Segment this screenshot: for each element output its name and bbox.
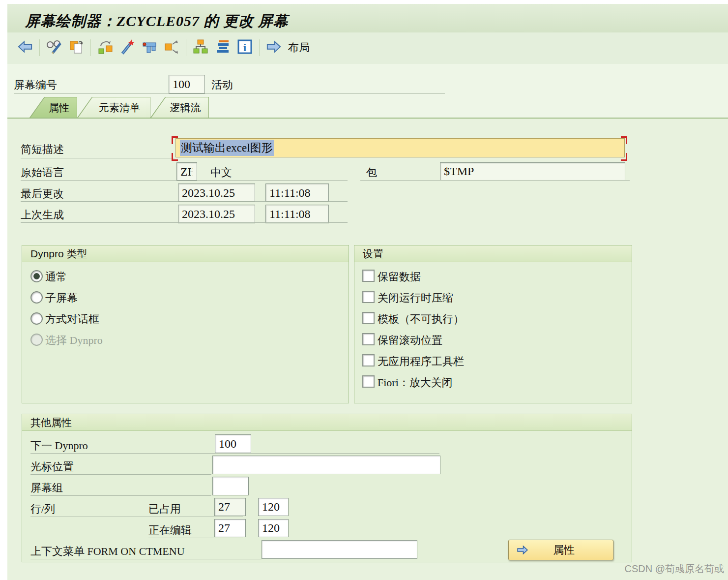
screen-group-input[interactable] [212, 477, 249, 495]
screen-painter-window: 屏幕绘制器：ZCYCLE057 的 更改 屏幕 [0, 0, 728, 580]
last-generated-time[interactable] [265, 205, 329, 223]
reassign-button[interactable] [96, 39, 114, 56]
checkbox-no-application-toolbar[interactable] [362, 354, 375, 366]
last-generated-date[interactable] [178, 205, 255, 223]
tab-element-list[interactable]: 元素清单 [77, 97, 150, 118]
package-input[interactable] [440, 162, 625, 181]
radio-modal-dialog-label[interactable]: 方式对话框 [45, 312, 99, 327]
screen-group-label: 屏幕组 [30, 481, 63, 495]
maintained-label: 正在编辑 [148, 523, 192, 538]
checkbox-hold-data-label[interactable]: 保留数据 [378, 270, 421, 284]
magic-wand-icon [119, 38, 136, 57]
layout-button-label[interactable]: 布局 [288, 40, 310, 55]
forward-arrow-icon [516, 544, 529, 556]
wizard-button[interactable] [118, 39, 136, 56]
settings-title: 设置 [354, 245, 632, 262]
checkbox-no-application-toolbar-label[interactable]: 无应用程序工具栏 [378, 354, 464, 369]
hierarchy-icon [192, 38, 209, 57]
context-menu-input[interactable] [262, 540, 417, 559]
radio-normal[interactable] [30, 270, 43, 282]
row-divider [21, 158, 175, 158]
row-divider [30, 474, 211, 475]
package-label: 包 [366, 165, 377, 180]
tab-element-list-label: 元素清单 [78, 97, 150, 118]
checkbox-hold-scroll-position-label[interactable]: 保留滚动位置 [378, 333, 442, 348]
occupied-label: 已占用 [148, 502, 181, 517]
move-arrows-icon [163, 38, 180, 57]
screen-status-text: 活动 [211, 78, 233, 92]
test-button[interactable] [141, 39, 158, 56]
last-changed-time[interactable] [265, 183, 329, 202]
move-button[interactable] [163, 39, 180, 56]
row-divider [360, 180, 630, 181]
sort-button[interactable] [214, 39, 232, 56]
display-change-button[interactable] [45, 39, 63, 56]
attributes-button-label: 属性 [529, 543, 598, 557]
short-description-input[interactable]: 测试输出excel图形 [175, 138, 625, 157]
occupied-columns-input[interactable] [258, 498, 289, 516]
original-language-label: 原始语言 [21, 165, 64, 180]
maintained-rows-input[interactable] [214, 519, 246, 537]
row-divider [21, 180, 348, 181]
radio-subscreen-label[interactable]: 子屏幕 [45, 291, 78, 305]
watermark: CSDN @荀彧原名荀或 [624, 562, 724, 576]
sort-bars-icon [214, 38, 231, 57]
layout-button[interactable] [265, 39, 283, 56]
original-language-input[interactable] [176, 162, 197, 181]
copy-button[interactable] [67, 39, 85, 56]
other-attributes-title: 其他属性 [22, 414, 632, 431]
checkbox-template-non-executable-label[interactable]: 模板（不可执行） [378, 312, 464, 327]
radio-modal-dialog[interactable] [30, 312, 43, 325]
checkbox-runtime-compression-off[interactable] [362, 291, 375, 303]
dynpro-type-title: Dynpro 类型 [22, 245, 349, 262]
tab-flow-logic[interactable]: 逻辑流 [150, 97, 209, 118]
title-bar: 屏幕绘制器：ZCYCLE057 的 更改 屏幕 [7, 4, 728, 33]
page-title: 屏幕绘制器：ZCYCLE057 的 更改 屏幕 [25, 11, 289, 31]
next-dynpro-input[interactable] [215, 434, 251, 453]
clamp-icon [141, 38, 158, 57]
info-button[interactable]: i [236, 39, 254, 56]
screen-number-label: 屏幕编号 [14, 78, 57, 92]
radio-subscreen[interactable] [30, 291, 43, 304]
last-changed-label: 最后更改 [21, 186, 64, 201]
glasses-pencil-icon [46, 38, 62, 57]
context-menu-label: 上下文菜单 FORM ON CTMENU [30, 544, 185, 559]
radio-selection-dynpro-label: 选择 Dynpro [45, 333, 103, 348]
checkbox-fiori-zoom-off[interactable] [362, 375, 375, 388]
checkbox-template-non-executable[interactable] [362, 312, 375, 324]
svg-text:i: i [243, 41, 246, 54]
next-dynpro-label: 下一 Dynpro [30, 438, 88, 453]
checkbox-fiori-zoom-off-label[interactable]: Fiori：放大关闭 [378, 375, 453, 390]
checkbox-hold-data[interactable] [362, 270, 375, 282]
forward-arrow-icon [265, 39, 282, 57]
maintained-columns-input[interactable] [258, 519, 289, 537]
radio-selection-dynpro [30, 334, 43, 346]
cursor-position-label: 光标位置 [30, 459, 74, 474]
checkbox-runtime-compression-off-label[interactable]: 关闭运行时压缩 [378, 291, 453, 305]
toolbar-separator [259, 39, 260, 56]
attributes-button[interactable]: 属性 [508, 540, 613, 560]
last-changed-date[interactable] [178, 183, 255, 202]
rows-columns-label: 行/列 [30, 502, 55, 517]
application-toolbar: i 布局 [7, 32, 728, 64]
checkbox-hold-scroll-position[interactable] [362, 333, 375, 345]
selection-marker-top-left [172, 136, 178, 144]
short-description-label: 简短描述 [21, 142, 64, 157]
hierarchy-button[interactable] [192, 39, 209, 56]
occupied-rows-input[interactable] [214, 498, 246, 516]
back-button[interactable] [16, 39, 34, 56]
original-language-name: 中文 [210, 165, 232, 180]
radio-normal-label[interactable]: 通常 [45, 270, 67, 284]
cursor-position-input[interactable] [212, 456, 440, 474]
back-arrow-icon [17, 39, 33, 57]
row-divider [21, 201, 348, 202]
row-divider [30, 495, 211, 496]
info-icon: i [236, 38, 253, 57]
last-generated-label: 上次生成 [21, 208, 64, 222]
tab-attributes[interactable]: 属性 [29, 97, 77, 118]
selected-text: 测试输出excel图形 [180, 140, 274, 156]
screen-number-input[interactable] [169, 75, 205, 93]
copy-icon [68, 38, 85, 57]
toolbar-separator [90, 39, 91, 56]
row-divider [30, 517, 243, 517]
